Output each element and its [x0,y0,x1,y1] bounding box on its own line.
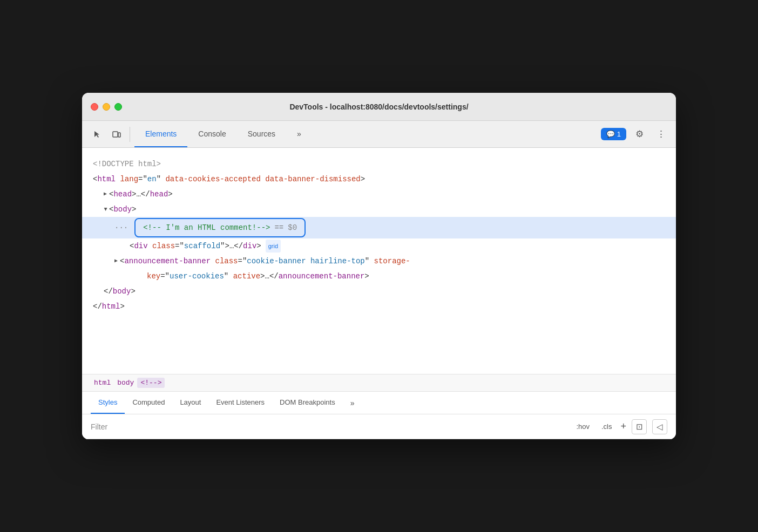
doctype-line: <!DOCTYPE html> [93,156,665,172]
window-title: DevTools - localhost:8080/docs/devtools/… [289,103,468,111]
breadcrumb-body[interactable]: body [114,378,137,388]
more-options-button[interactable]: ⋮ [652,126,669,143]
comment-text: <!-- I'm an HTML comment!--> [143,220,270,235]
selected-comment-line[interactable]: ··· <!-- I'm an HTML comment!--> == $0 [82,217,676,238]
breadcrumb-html[interactable]: html [91,378,114,388]
equals-sign: == [274,220,283,235]
toolbar-divider [130,127,130,142]
filter-actions: :hov .cls + ⊡ ◁ [573,419,667,434]
div-scaffold-line[interactable]: <div class="scaffold">…</div> grid [93,238,665,254]
breadcrumb-bar: html body <!--> [82,374,676,392]
announcement-banner-line2[interactable]: key="user-cookies" active>…</announcemen… [93,269,665,284]
devtools-window: DevTools - localhost:8080/docs/devtools/… [82,93,676,439]
breadcrumb-comment[interactable]: <!--> [137,378,165,388]
hov-button[interactable]: :hov [573,421,593,432]
tab-console[interactable]: Console [187,121,236,147]
element-picker-button[interactable]: ⊡ [632,419,647,434]
three-dots-icon: ⋮ [657,128,666,140]
tab-more[interactable]: » [286,121,312,147]
cursor-icon [93,130,101,139]
svg-rect-1 [118,133,120,137]
notification-button[interactable]: 💬 1 [601,128,626,140]
dollar-zero: $0 [288,220,297,235]
elements-panel: <!DOCTYPE html> <html lang="en" data-coo… [82,148,676,374]
expand-banner-icon[interactable]: ▶ [114,256,118,267]
comment-node-box: <!-- I'm an HTML comment!--> == $0 [134,218,306,237]
html-close-line: </html> [93,299,665,314]
settings-button[interactable]: ⚙ [631,126,648,143]
filter-label: Filter [91,422,107,431]
grid-badge: grid [266,240,281,253]
cursor-icon-button[interactable] [89,126,106,143]
filter-bar: Filter :hov .cls + ⊡ ◁ [82,414,676,439]
bottom-tab-more[interactable]: » [347,397,358,410]
tab-styles[interactable]: Styles [91,392,125,414]
cls-button[interactable]: .cls [598,421,615,432]
element-picker-icon: ⊡ [636,422,643,432]
add-style-button[interactable]: + [620,421,626,432]
body-close-line: </body> [93,284,665,299]
tab-dom-breakpoints[interactable]: DOM Breakpoints [272,392,343,414]
doctype-text: <!DOCTYPE html> [93,156,161,172]
svg-rect-0 [113,132,118,137]
tab-event-listeners[interactable]: Event Listeners [208,392,272,414]
device-icon [112,130,121,139]
titlebar: DevTools - localhost:8080/docs/devtools/… [82,93,676,121]
head-line[interactable]: ▶ <head>…</head> [93,187,665,202]
gear-icon: ⚙ [635,128,644,140]
minimize-button[interactable] [103,103,110,111]
device-toggle-button[interactable] [108,126,125,143]
html-open-line[interactable]: <html lang="en" data-cookies-accepted da… [93,172,665,187]
chat-icon: 💬 [606,130,615,138]
bottom-panel: Styles Computed Layout Event Listeners D… [82,392,676,439]
announcement-banner-line1[interactable]: ▶ <announcement-banner class="cookie-ban… [93,254,665,269]
close-button[interactable] [91,103,98,111]
sidebar-toggle-button[interactable]: ◁ [652,419,667,434]
tab-elements[interactable]: Elements [134,121,187,147]
toolbar: Elements Console Sources » 💬 1 ⚙ ⋮ [82,121,676,148]
traffic-lights [91,103,122,111]
three-dots-expand[interactable]: ··· [114,220,128,235]
tab-sources[interactable]: Sources [237,121,286,147]
tab-layout[interactable]: Layout [172,392,208,414]
sidebar-toggle-icon: ◁ [657,422,663,432]
toolbar-right: 💬 1 ⚙ ⋮ [601,126,669,143]
collapse-body-icon[interactable]: ▶ [100,208,111,211]
toolbar-tabs: Elements Console Sources » [134,121,599,147]
body-open-line[interactable]: ▶ <body> [93,202,665,217]
tab-computed[interactable]: Computed [125,392,172,414]
maximize-button[interactable] [114,103,122,111]
bottom-tabs: Styles Computed Layout Event Listeners D… [82,392,676,414]
expand-head-icon[interactable]: ▶ [104,189,107,200]
notification-count: 1 [617,130,621,138]
